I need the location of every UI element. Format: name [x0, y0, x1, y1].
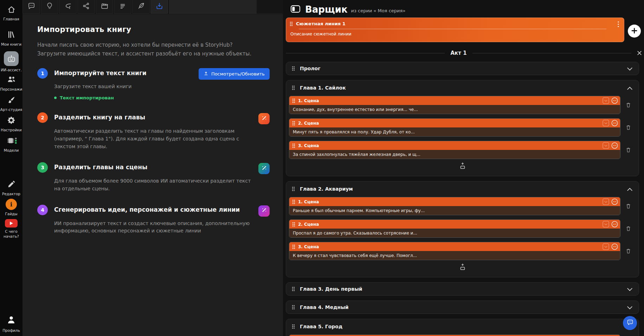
chevron-down-icon[interactable]	[627, 286, 632, 292]
chapter-header[interactable]: Глава 1. Сайлок	[289, 82, 636, 94]
chapter-title: Пролог	[300, 66, 321, 71]
step-title: Разделить книгу на главы	[54, 114, 145, 121]
scene-collapse-icon[interactable]	[603, 142, 609, 149]
tab-scenes[interactable]	[96, 0, 113, 14]
kebab-menu-icon[interactable]	[616, 20, 621, 28]
sidebar-item-characters[interactable]: Персонажи	[0, 74, 22, 92]
scene-card[interactable]: 1. Сцена Раньше я был обычным парнем. Ко…	[289, 197, 620, 215]
trash-icon[interactable]	[620, 147, 636, 153]
add-scene-button[interactable]	[289, 260, 636, 275]
chapter-title: Глава 3. День первый	[300, 286, 362, 292]
add-scene-button[interactable]	[289, 159, 636, 174]
scene-collapse-icon[interactable]	[603, 97, 609, 104]
scene-label: 2. Сцена	[298, 222, 319, 227]
scene-menu-icon[interactable]	[611, 120, 618, 126]
trash-icon[interactable]	[620, 225, 636, 232]
step-title: Разделить главы на сцены	[54, 164, 147, 171]
trash-icon[interactable]	[620, 248, 636, 254]
upload-icon	[204, 71, 208, 77]
chapter-row[interactable]: Глава 3. День первый	[286, 282, 639, 296]
chapter-header[interactable]: Глава 5. Город	[289, 321, 636, 332]
drag-handle-icon[interactable]	[292, 143, 295, 148]
trash-icon[interactable]	[620, 102, 636, 108]
chat-bubble-icon	[626, 319, 634, 327]
sidebar-item-books[interactable]: Мои книги	[0, 30, 22, 47]
tab-chat[interactable]	[22, 0, 40, 14]
drag-handle-icon[interactable]	[292, 85, 295, 90]
chevron-up-icon[interactable]	[627, 186, 632, 192]
drag-handle-icon[interactable]	[292, 324, 295, 329]
sidebar-item-models[interactable]: Модели	[0, 136, 22, 153]
tab-writer[interactable]	[132, 0, 150, 14]
sidebar-item-label: Редактор	[2, 192, 20, 197]
chapter-row[interactable]: Пролог	[286, 62, 639, 75]
add-plotline-button[interactable]	[628, 25, 641, 38]
sidebar-item-editor[interactable]: Редактор	[0, 180, 22, 197]
scene-row: 1. Сцена Внимательно рассмотрев гербуху,…	[289, 335, 636, 336]
scene-collapse-icon[interactable]	[603, 221, 609, 228]
drag-handle-icon[interactable]	[292, 305, 295, 310]
drag-handle-icon[interactable]	[290, 21, 293, 26]
scene-card[interactable]: 2. Сцена Минут пять я провалялся на полу…	[289, 118, 620, 137]
drag-handle-icon[interactable]	[292, 286, 295, 291]
support-chat-fab[interactable]	[623, 316, 637, 330]
scene-card[interactable]: 3. Сцена К вечеру я стал чувствовать себ…	[289, 242, 620, 260]
chapter-header[interactable]: Глава 2. Аквариум	[289, 183, 636, 195]
drag-handle-icon[interactable]	[292, 98, 295, 103]
scene-menu-icon[interactable]	[611, 198, 618, 205]
sidebar-item-label: ИИ-ассист.	[1, 68, 22, 73]
people-icon	[7, 74, 16, 85]
scene-card[interactable]: 1. Сцена Внимательно рассмотрев гербуху,…	[289, 335, 620, 336]
view-update-button[interactable]: Посмотреть/Обновить	[199, 68, 270, 80]
drag-handle-icon[interactable]	[292, 121, 295, 126]
scene-menu-icon[interactable]	[611, 97, 618, 104]
close-icon[interactable]	[637, 51, 642, 55]
scene-collapse-icon[interactable]	[603, 243, 609, 250]
drag-handle-icon[interactable]	[292, 186, 295, 191]
tab-journey[interactable]	[59, 0, 77, 14]
drag-handle-icon[interactable]	[292, 222, 295, 227]
plotline-card[interactable]: Сюжетная линия 1 Описание сюжетной линии	[286, 18, 624, 42]
scene-card[interactable]: 1. Сцена Сознание, дух, внутреннее естес…	[289, 96, 620, 114]
drag-handle-icon[interactable]	[292, 199, 295, 204]
chapter-row[interactable]: Глава 4. Медный	[286, 301, 639, 314]
pencil-icon	[7, 180, 16, 190]
panel-toggle-icon[interactable]	[291, 5, 300, 14]
sidebar-item-art-studio[interactable]: Арт-студия	[0, 95, 22, 112]
sidebar: Главная Мои книги ИИ-ассист. Персонажи А…	[0, 0, 22, 336]
split-scenes-wand-button[interactable]	[258, 163, 270, 174]
sidebar-item-getting-started[interactable]: С чего начать?	[0, 219, 22, 239]
chevron-down-icon[interactable]	[627, 65, 632, 72]
drag-handle-icon[interactable]	[292, 66, 295, 71]
trash-icon[interactable]	[620, 124, 636, 131]
tab-relations[interactable]	[77, 0, 95, 14]
scene-row: 3. Сцена За спиной захлопнулась тяжёлая …	[289, 141, 636, 159]
sidebar-item-profile[interactable]: Профиль	[0, 315, 22, 333]
split-chapters-wand-button[interactable]	[258, 113, 270, 124]
sidebar-item-home[interactable]: Главная	[0, 6, 22, 22]
drag-handle-icon[interactable]	[292, 244, 295, 249]
scene-menu-icon[interactable]	[611, 243, 618, 250]
sidebar-item-settings[interactable]: Настройки	[0, 116, 22, 133]
chapter-title: Глава 2. Аквариум	[300, 186, 353, 192]
scene-card[interactable]: 3. Сцена За спиной захлопнулась тяжёлая …	[289, 141, 620, 159]
chevron-down-icon[interactable]	[627, 304, 632, 311]
chapters-list: Пролог Глава 1. Сайлок 1. Сцена	[286, 62, 639, 336]
scene-card[interactable]: 2. Сцена Проспал я до самого утра. Сказы…	[289, 219, 620, 238]
youtube-icon	[5, 219, 18, 228]
generate-ideas-wand-button[interactable]	[258, 205, 270, 217]
trash-icon[interactable]	[620, 203, 636, 209]
sidebar-item-ai-assistant[interactable]: ИИ-ассист.	[0, 51, 22, 73]
scene-collapse-icon[interactable]	[603, 198, 609, 205]
chevron-up-icon[interactable]	[627, 85, 632, 91]
step-split-scenes: 3 Разделить главы на сцены Для глав объе…	[37, 162, 270, 192]
tab-import[interactable]	[150, 0, 168, 14]
sidebar-item-guides[interactable]: i Гайды	[0, 199, 22, 217]
books-icon	[7, 30, 16, 40]
tab-summary[interactable]	[114, 0, 131, 14]
tab-ideas[interactable]	[41, 0, 58, 14]
scene-collapse-icon[interactable]	[603, 120, 609, 126]
scene-preview: К вечеру я стал чувствовать себя ещё луч…	[293, 253, 417, 258]
scene-menu-icon[interactable]	[611, 221, 618, 228]
scene-menu-icon[interactable]	[611, 142, 618, 149]
